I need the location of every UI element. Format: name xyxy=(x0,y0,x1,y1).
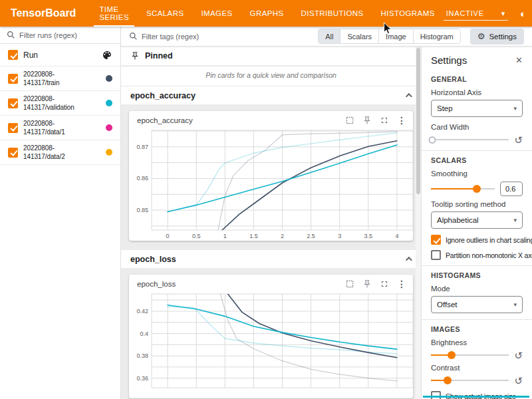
pin-card-icon[interactable] xyxy=(362,116,372,125)
tab-histograms[interactable]: HISTOGRAMS xyxy=(372,0,444,27)
chevron-down-icon: ▾ xyxy=(501,9,505,18)
run-color-dot xyxy=(106,75,112,82)
search-icon xyxy=(129,32,138,41)
chip-label: Image xyxy=(386,33,406,41)
run-checkbox[interactable] xyxy=(8,74,18,84)
pinned-section-header: Pinned xyxy=(121,47,421,65)
card-width-slider[interactable] xyxy=(431,135,509,144)
chip-histogram[interactable]: Histogram xyxy=(413,29,460,43)
svg-text:2.5: 2.5 xyxy=(307,233,315,239)
chip-all[interactable]: All xyxy=(319,29,340,43)
tab-images[interactable]: IMAGES xyxy=(192,0,241,27)
section-title: epoch_accuracy xyxy=(130,91,196,100)
tab-label: HISTOGRAMS xyxy=(381,9,435,17)
run-checkbox[interactable] xyxy=(8,98,18,108)
histogram-mode-label: Mode xyxy=(431,285,523,293)
svg-text:0.38: 0.38 xyxy=(136,352,148,359)
settings-heading-histograms: HISTOGRAMS xyxy=(431,271,523,279)
close-icon[interactable]: ✕ xyxy=(515,56,523,65)
svg-text:2: 2 xyxy=(281,233,284,239)
settings-heading-scalars: SCALARS xyxy=(431,156,523,164)
partition-x-axis-row[interactable]: Partition non-monotonic X axis i xyxy=(431,250,523,260)
contrast-slider[interactable] xyxy=(431,376,509,385)
runs-sidebar: Run 20220808-141317/train 20220808-14131… xyxy=(0,27,121,399)
ignore-outliers-checkbox[interactable] xyxy=(431,235,441,245)
theme-toggle-icon[interactable]: ◐ xyxy=(517,9,529,19)
svg-text:4: 4 xyxy=(395,233,398,239)
epoch-accuracy-chart[interactable]: 0.850.860.8700.511.522.533.54 xyxy=(129,126,421,241)
tab-scalars[interactable]: SCALARS xyxy=(138,0,193,27)
svg-text:1: 1 xyxy=(223,233,227,239)
chip-image[interactable]: Image xyxy=(378,29,413,43)
tag-filter-input[interactable] xyxy=(142,33,313,41)
slider-thumb[interactable] xyxy=(448,351,456,359)
section-header-epoch-accuracy[interactable]: epoch_accuracy xyxy=(121,86,421,104)
runs-filter-input[interactable] xyxy=(19,31,114,39)
fit-domain-icon[interactable] xyxy=(345,116,354,125)
scalar-card-epoch-accuracy: epoch_accuracy ⋮ 0.850.860.8700.511.522.… xyxy=(129,111,413,241)
run-item-train[interactable]: 20220808-141317/train xyxy=(0,66,120,91)
tab-time-series[interactable]: TIME SERIES xyxy=(90,0,138,27)
settings-button[interactable]: ⚙ Settings xyxy=(470,29,524,45)
fullscreen-icon[interactable] xyxy=(380,116,389,125)
partition-x-axis-label: Partition non-monotonic X axis xyxy=(446,251,532,259)
smoothing-input[interactable] xyxy=(500,182,523,196)
tooltip-sorting-select[interactable]: Alphabetical ▾ xyxy=(431,211,523,229)
fit-domain-icon[interactable] xyxy=(345,279,354,289)
run-item-data1[interactable]: 20220808-141317/data/1 xyxy=(0,116,120,140)
palette-icon[interactable] xyxy=(102,50,112,61)
histogram-mode-value: Offset xyxy=(437,301,457,309)
reset-icon[interactable]: ↺ xyxy=(514,135,523,145)
slider-thumb[interactable] xyxy=(473,185,481,193)
pin-card-icon[interactable] xyxy=(362,279,372,289)
reload-status-select[interactable]: INACTIVE ▾ xyxy=(444,7,508,21)
histogram-mode-select[interactable]: Offset ▾ xyxy=(431,296,523,313)
pinned-title: Pinned xyxy=(145,51,173,61)
status-select-value: INACTIVE xyxy=(446,9,484,17)
brightness-label: Brightness xyxy=(431,338,523,346)
epoch-loss-chart[interactable]: 0.360.380.40.42 xyxy=(129,290,421,398)
slider-thumb[interactable] xyxy=(429,136,436,144)
slider-thumb[interactable] xyxy=(444,376,452,384)
chip-scalars[interactable]: Scalars xyxy=(340,29,378,43)
run-color-dot xyxy=(106,124,112,131)
section-title: epoch_loss xyxy=(130,255,176,264)
run-item-validation[interactable]: 20220808-141317/validation xyxy=(0,91,120,116)
run-label: 20220808-141317/data/1 xyxy=(23,119,100,137)
reset-icon[interactable]: ↺ xyxy=(514,376,523,386)
run-label: 20220808-141317/data/2 xyxy=(23,144,100,162)
run-color-dot xyxy=(106,100,112,106)
collapse-chevron-icon[interactable] xyxy=(406,93,412,100)
svg-text:0.42: 0.42 xyxy=(136,308,148,315)
cards-scrollbar[interactable] xyxy=(416,47,421,399)
tab-graphs[interactable]: GRAPHS xyxy=(241,0,293,27)
ignore-outliers-row[interactable]: Ignore outliers in chart scaling xyxy=(431,235,523,245)
tab-distributions[interactable]: DISTRIBUTIONS xyxy=(293,0,372,27)
horizontal-axis-label: Horizontal Axis xyxy=(431,88,523,96)
run-checkbox[interactable] xyxy=(8,148,18,158)
run-label: 20220808-141317/validation xyxy=(23,94,100,112)
show-actual-size-row[interactable]: Show actual image size xyxy=(431,391,523,399)
chip-label: All xyxy=(325,33,333,41)
horizontal-axis-select[interactable]: Step ▾ xyxy=(431,100,523,117)
svg-text:0.4: 0.4 xyxy=(140,331,148,337)
tab-label: GRAPHS xyxy=(250,9,284,17)
more-options-icon[interactable]: ⋮ xyxy=(397,116,406,125)
run-checkbox[interactable] xyxy=(8,123,18,133)
pin-icon xyxy=(130,51,140,61)
settings-button-label: Settings xyxy=(489,33,517,41)
more-options-icon[interactable]: ⋮ xyxy=(397,279,406,289)
card-header: epoch_loss ⋮ xyxy=(129,275,413,289)
section-header-epoch-loss[interactable]: epoch_loss xyxy=(121,250,421,268)
collapse-chevron-icon[interactable] xyxy=(406,257,412,263)
select-all-runs-checkbox[interactable] xyxy=(8,50,18,60)
partition-x-axis-checkbox[interactable] xyxy=(431,250,441,260)
scrollbar-thumb[interactable] xyxy=(416,48,420,194)
fullscreen-icon[interactable] xyxy=(380,279,389,289)
brightness-slider[interactable] xyxy=(431,350,509,360)
runs-filter xyxy=(0,27,120,44)
run-item-data2[interactable]: 20220808-141317/data/2 xyxy=(0,140,120,165)
reset-icon[interactable]: ↺ xyxy=(514,350,523,360)
smoothing-slider[interactable] xyxy=(431,184,495,194)
show-actual-size-checkbox[interactable] xyxy=(431,391,441,399)
